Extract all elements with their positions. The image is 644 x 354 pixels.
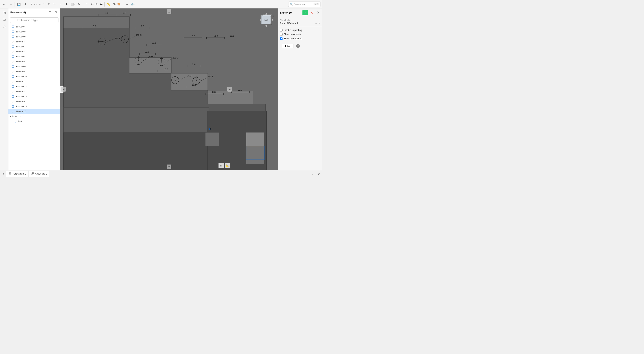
- disable-imprinting-checkbox[interactable]: [280, 29, 282, 32]
- text-icon: A: [66, 3, 68, 6]
- arc-tool-button[interactable]: ⌒ ▾: [43, 1, 47, 7]
- feature-item-sketch8[interactable]: Sketch 8: [8, 89, 60, 94]
- feature-item-sketch9[interactable]: Sketch 9: [8, 99, 60, 104]
- feature-label: Sketch 8: [16, 90, 25, 93]
- chevron-down-icon: ▾: [37, 3, 38, 5]
- redo-button[interactable]: ↪: [8, 1, 14, 7]
- show-overdefined-checkbox[interactable]: [280, 38, 282, 40]
- refresh-button[interactable]: ↺: [22, 1, 28, 7]
- show-constraints-row: Show constraints: [280, 33, 320, 36]
- feature-item-extrude12[interactable]: Extrude 12: [8, 94, 60, 99]
- svg-marker-25: [12, 76, 14, 77]
- parts-section-header[interactable]: ▾Parts (1): [8, 114, 60, 119]
- canvas-area[interactable]: ≡: [60, 9, 278, 170]
- nav-left-arrow[interactable]: ◀: [61, 87, 66, 92]
- feature-item-extrude5[interactable]: Extrude 5: [8, 29, 60, 34]
- nav-up-arrow[interactable]: ▲: [167, 10, 171, 14]
- part-studio-icon: [8, 172, 11, 175]
- add-tab-button[interactable]: +: [1, 171, 6, 176]
- feature-tree-timer-button[interactable]: ⏱: [54, 10, 58, 15]
- constraint-icon: 🔗: [131, 3, 134, 6]
- constraint-button[interactable]: 🔗 ▾: [131, 1, 136, 7]
- svg-text:0.6: 0.6: [165, 68, 168, 71]
- svg-marker-9: [12, 36, 14, 37]
- feature-item-sketch7[interactable]: Sketch 7: [8, 79, 60, 84]
- feature-item-extrude8[interactable]: Extrude 8: [8, 54, 60, 59]
- feature-item-sketch4[interactable]: Sketch 4: [8, 49, 60, 54]
- measure-icon: 📏: [107, 3, 110, 6]
- feature-label: Extrude 6: [16, 35, 26, 38]
- timer-icon: ⏱: [55, 11, 57, 14]
- plane-close-icon[interactable]: ✕: [318, 22, 320, 25]
- show-constraints-checkbox[interactable]: [280, 33, 282, 36]
- fillet-button[interactable]: ⌔: [84, 1, 90, 7]
- timer-small-icon: ⏱: [317, 11, 319, 14]
- help-icon[interactable]: ?: [296, 44, 300, 48]
- svg-line-38: [12, 111, 14, 112]
- mirror-button[interactable]: ⇆ ▾: [100, 1, 103, 7]
- collapse-list-icon: ☰: [49, 11, 51, 14]
- save-button[interactable]: 💾: [16, 1, 22, 7]
- pencil-tool-button[interactable]: ✏: [30, 1, 33, 7]
- circle-tool-button[interactable]: ○ ▾: [39, 1, 42, 7]
- polygon-tool-button[interactable]: ⬡ ▾: [48, 1, 52, 7]
- view-button[interactable]: ⊞ ▾: [112, 1, 116, 7]
- feature-item-extrude4[interactable]: Extrude 4: [8, 24, 60, 29]
- bottom-help-button[interactable]: ?: [310, 171, 315, 176]
- feature-label: Extrude 11: [16, 85, 27, 88]
- feature-item-extrude13[interactable]: Extrude 13: [8, 104, 60, 109]
- rect-tool-button[interactable]: ▭ ▾: [34, 1, 38, 7]
- search-icon: 🔍: [290, 3, 293, 6]
- feature-tree-collapse-button[interactable]: ☰: [48, 10, 52, 15]
- dimension-button[interactable]: ↔: [124, 1, 130, 7]
- offset-button[interactable]: ⧉ ▾: [95, 1, 99, 7]
- spline-tool-button[interactable]: 〜 ▾: [52, 1, 56, 7]
- history-icon-button[interactable]: [1, 24, 7, 30]
- comments-icon-button[interactable]: [1, 17, 7, 23]
- text-tool-button[interactable]: A: [64, 1, 70, 7]
- svg-line-10: [12, 41, 14, 43]
- svg-text:0.6: 0.6: [212, 91, 216, 93]
- sketch-icon: [12, 40, 14, 43]
- nav-right-arrow[interactable]: ▶: [227, 87, 232, 92]
- feature-item-extrude7[interactable]: Extrude 7: [8, 44, 60, 49]
- feature-item-sketch6[interactable]: Sketch 6: [8, 69, 60, 74]
- measure-button[interactable]: 📏: [106, 1, 112, 7]
- svg-rect-157: [31, 173, 32, 174]
- filter-input[interactable]: [10, 18, 58, 23]
- feature-item-extrude11[interactable]: Extrude 11: [8, 84, 60, 89]
- bottom-settings-button[interactable]: ⚙: [316, 171, 321, 176]
- sketch-confirm-button[interactable]: ✓: [302, 10, 308, 15]
- svg-text:Ø0.3: Ø0.3: [173, 56, 178, 59]
- chevron-down-icon: ▾: [115, 3, 116, 5]
- final-button[interactable]: Final: [282, 44, 294, 48]
- feature-label: Extrude 7: [16, 45, 26, 48]
- feature-item-extrude10[interactable]: Extrude 10: [8, 74, 60, 79]
- plane-edit-icon[interactable]: ✏: [316, 22, 318, 25]
- features-icon-button[interactable]: [1, 10, 7, 16]
- transform-button[interactable]: ⊕: [76, 1, 82, 7]
- feature-item-sketch5[interactable]: Sketch 5: [8, 59, 60, 64]
- feature-item-extrude6[interactable]: Extrude 6: [8, 34, 60, 39]
- tab-assembly-1[interactable]: Assembly 1: [28, 171, 49, 177]
- feature-item-extrude9[interactable]: Extrude 9: [8, 64, 60, 69]
- tab-part-studio-1[interactable]: Part Studio 1: [6, 171, 28, 177]
- point-tool-button[interactable]: ·: [57, 1, 63, 7]
- undo-button[interactable]: ↩: [2, 1, 7, 7]
- feature-item-sketch10[interactable]: Sketch 10: [8, 109, 60, 114]
- chevron-down-icon: ▾: [120, 3, 121, 5]
- sketch-close-button[interactable]: ✕: [309, 10, 314, 15]
- sketch-timer-button[interactable]: ⏱: [316, 10, 320, 15]
- measure-button-canvas[interactable]: 📐: [225, 163, 230, 168]
- part-item-part1[interactable]: ◻Part 1: [8, 119, 60, 124]
- trim-button[interactable]: ✂ ▾: [91, 1, 94, 7]
- search-tools-input[interactable]: [294, 3, 313, 6]
- appearance-button[interactable]: 🎨 ▾: [117, 1, 122, 7]
- trim-icon: ✂: [91, 3, 93, 6]
- units-button[interactable]: ⚖: [218, 163, 224, 168]
- view-cube[interactable]: Left Z Y: [259, 12, 274, 28]
- show-overdefined-row: Show overdefined: [280, 37, 320, 40]
- feature-item-sketch3[interactable]: Sketch 3: [8, 39, 60, 44]
- construction-tool-button[interactable]: ⬜ ▾: [70, 1, 75, 7]
- nav-down-arrow[interactable]: ▼: [167, 164, 171, 169]
